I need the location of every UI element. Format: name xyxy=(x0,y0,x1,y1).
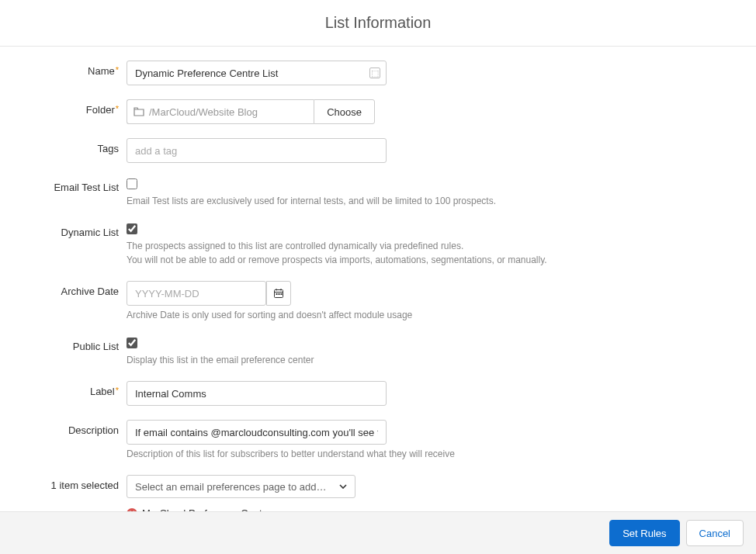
svg-rect-4 xyxy=(276,293,278,295)
dynamic-help-2: You will not be able to add or remove pr… xyxy=(127,253,742,267)
row-name: Name* ⬚ xyxy=(0,61,756,85)
row-tags: Tags xyxy=(0,138,756,163)
dynamic-help-1: The prospects assigned to this list are … xyxy=(127,239,742,253)
row-email-test: Email Test List Email Test lists are exc… xyxy=(0,177,756,208)
public-help: Display this list in the email preferenc… xyxy=(127,353,742,367)
chevron-down-icon xyxy=(339,484,347,489)
label-dynamic: Dynamic List xyxy=(14,222,127,238)
choose-folder-button[interactable]: Choose xyxy=(314,99,375,124)
dynamic-checkbox[interactable] xyxy=(127,223,137,234)
folder-path-display: /MarCloud/Website Blog xyxy=(127,99,314,124)
label-name: Name* xyxy=(14,61,127,77)
archive-date-input[interactable] xyxy=(127,281,266,306)
folder-path-text: /MarCloud/Website Blog xyxy=(149,106,258,118)
row-description: Description Description of this list for… xyxy=(0,420,756,461)
row-label: Label* xyxy=(0,381,756,406)
description-input[interactable] xyxy=(127,420,387,445)
label-description: Description xyxy=(14,420,127,436)
svg-rect-6 xyxy=(281,293,283,295)
label-input[interactable] xyxy=(127,381,387,406)
label-folder: Folder* xyxy=(14,99,127,116)
footer-bar: Set Rules Cancel xyxy=(0,511,756,554)
label-pref-count: 1 item selected xyxy=(14,475,127,491)
name-input[interactable] xyxy=(127,61,387,85)
label-public: Public List xyxy=(14,336,127,352)
email-test-checkbox[interactable] xyxy=(127,178,137,189)
public-checkbox[interactable] xyxy=(127,338,137,348)
form-area: Name* ⬚ Folder* /MarCloud/Website Blog C… xyxy=(0,47,756,539)
calendar-button[interactable] xyxy=(266,281,291,306)
label-email-test: Email Test List xyxy=(14,177,127,193)
email-test-help: Email Test lists are exclusively used fo… xyxy=(127,194,742,208)
tags-input[interactable] xyxy=(127,138,387,163)
calendar-icon xyxy=(273,288,284,299)
pref-page-select-placeholder: Select an email preferences page to add… xyxy=(135,481,326,493)
row-archive: Archive Date Archive Date is only used f… xyxy=(0,281,756,322)
pref-page-select[interactable]: Select an email preferences page to add… xyxy=(127,475,355,498)
row-public: Public List Display this list in the ema… xyxy=(0,336,756,367)
archive-help: Archive Date is only used for sorting an… xyxy=(127,308,742,322)
svg-rect-5 xyxy=(279,293,280,295)
description-help: Description of this list for subscribers… xyxy=(127,447,742,461)
folder-icon xyxy=(134,107,144,116)
row-folder: Folder* /MarCloud/Website Blog Choose xyxy=(0,99,756,124)
set-rules-button[interactable]: Set Rules xyxy=(609,520,679,546)
page-title: List Information xyxy=(0,0,756,46)
label-archive: Archive Date xyxy=(14,281,127,297)
row-dynamic: Dynamic List The prospects assigned to t… xyxy=(0,222,756,267)
label-tags: Tags xyxy=(14,138,127,154)
cancel-button[interactable]: Cancel xyxy=(686,520,744,546)
merge-field-icon[interactable]: ⬚ xyxy=(369,68,380,78)
label-label: Label* xyxy=(14,381,127,397)
